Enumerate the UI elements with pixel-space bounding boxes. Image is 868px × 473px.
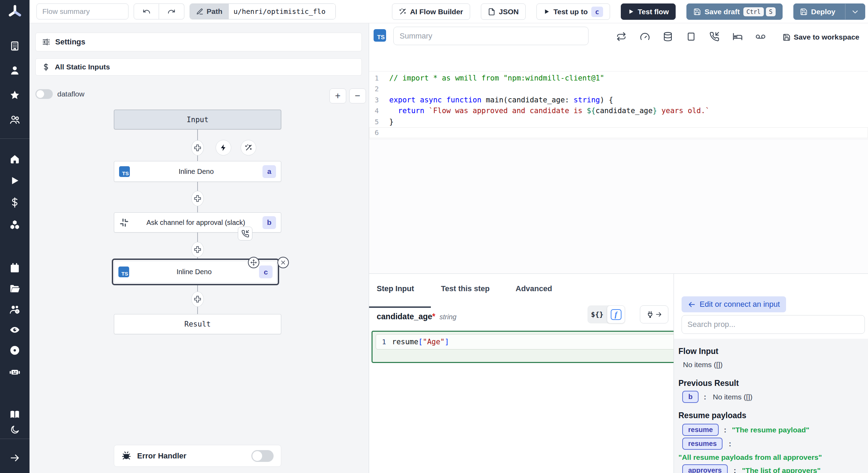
plus-icon (193, 245, 202, 254)
insert-step-button[interactable] (191, 140, 204, 155)
prop-badge-approvers[interactable]: approvers (682, 464, 728, 473)
json-button[interactable]: JSON (481, 3, 526, 20)
save-to-workspace-button[interactable]: Save to workspace (783, 33, 859, 41)
flow-graph-panel: Settings All Static Inputs dataflow + − … (30, 23, 369, 473)
tab-test-this-step[interactable]: Test this step (441, 284, 490, 293)
variables-icon[interactable] (0, 197, 30, 208)
dark-mode-icon[interactable] (0, 425, 30, 434)
database-icon[interactable] (663, 32, 673, 42)
plus-icon (193, 144, 202, 152)
expression-code: resume["Age"] (392, 338, 449, 346)
all-static-inputs-bar[interactable]: All Static Inputs (35, 58, 362, 76)
test-flow-button[interactable]: Test flow (621, 3, 676, 20)
flow-summary-input[interactable] (36, 3, 128, 19)
save-draft-button[interactable]: Save draft CtrlS (686, 3, 783, 20)
slack-icon (119, 218, 129, 228)
sleep-icon[interactable] (733, 32, 743, 42)
colon: : (724, 426, 726, 434)
template-mode-button[interactable]: ${} (587, 310, 607, 319)
schedules-icon[interactable] (0, 263, 30, 273)
move-step-button[interactable] (248, 257, 259, 268)
zoom-in-button[interactable]: + (329, 88, 346, 103)
insert-step-button[interactable] (191, 292, 204, 307)
resumes-description: "All resume payloads from all approvers" (678, 453, 822, 462)
zap-icon (219, 144, 227, 152)
path-button[interactable]: Path (190, 4, 229, 19)
flow-node-result[interactable]: Result (114, 314, 281, 334)
path-input[interactable] (229, 4, 335, 19)
monaco-editor[interactable]: 1// import * as wmill from "npm:windmill… (369, 71, 868, 139)
gauge-icon[interactable] (640, 32, 650, 42)
workspace-icon[interactable] (0, 41, 30, 51)
ai-icon[interactable] (0, 366, 30, 377)
redo-icon (167, 7, 176, 16)
ai-suggest-button[interactable] (241, 140, 256, 155)
settings-icon[interactable] (0, 345, 30, 356)
resources-icon[interactable] (0, 219, 30, 230)
square-icon[interactable] (686, 32, 696, 42)
previous-result-value: No items ([]) (713, 393, 752, 401)
groups-icon[interactable] (0, 304, 30, 315)
tab-step-input[interactable]: Step Input (377, 284, 414, 293)
flow-settings-label: Settings (55, 37, 85, 47)
trigger-button[interactable] (216, 140, 231, 155)
redo-button[interactable] (159, 3, 184, 19)
error-handler-toggle[interactable] (251, 450, 274, 462)
home-icon[interactable] (0, 154, 30, 164)
deploy-dropdown-button[interactable] (845, 4, 865, 19)
for-loop-icon[interactable] (616, 32, 626, 42)
step-summary-input[interactable] (393, 27, 589, 45)
deploy-button[interactable]: Deploy (794, 4, 842, 19)
favorites-icon[interactable] (0, 90, 30, 101)
kbd-ctrl: Ctrl (743, 7, 764, 16)
flow-node-b[interactable]: Ask channel for approval (slack) b (114, 212, 281, 233)
connect-input-button[interactable] (640, 305, 668, 323)
test-up-to-step-badge: c (591, 7, 603, 17)
dataflow-toggle[interactable] (35, 89, 53, 99)
undo-redo-group (134, 3, 184, 19)
typescript-icon: TS (374, 29, 386, 42)
flow-node-input[interactable]: Input (114, 110, 281, 129)
tab-advanced[interactable]: Advanced (516, 284, 552, 293)
expand-rail-icon[interactable] (0, 453, 30, 463)
javascript-mode-button[interactable]: f (607, 305, 625, 323)
prop-badge-resumes[interactable]: resumes (682, 438, 723, 450)
docs-icon[interactable] (0, 409, 30, 420)
active-tab-underline (369, 306, 431, 308)
pencil-icon (196, 8, 203, 15)
move-icon (250, 259, 257, 266)
save-icon (783, 33, 791, 41)
colon: : (729, 440, 731, 448)
undo-icon (142, 7, 151, 16)
insert-step-button[interactable] (191, 242, 204, 257)
insert-step-button[interactable] (191, 191, 204, 206)
bug-icon (122, 451, 131, 461)
typescript-icon: TS (118, 267, 129, 277)
edit-or-connect-button[interactable]: Edit or connect an input (682, 296, 786, 312)
editor-header: TS Save to workspace (Deno) AI Ge (369, 23, 868, 71)
undo-button[interactable] (134, 3, 159, 19)
json-file-icon (488, 8, 495, 16)
folders-icon[interactable] (0, 284, 30, 294)
runs-icon[interactable] (0, 175, 30, 186)
flow-node-a[interactable]: TS Inline Deno a (114, 161, 281, 182)
flow-settings-bar[interactable]: Settings (35, 33, 362, 51)
audit-logs-icon[interactable] (0, 324, 30, 335)
delete-step-button[interactable] (277, 257, 289, 268)
community-icon[interactable] (0, 114, 30, 125)
ai-flow-builder-button[interactable]: AI Flow Builder (392, 3, 470, 20)
chevron-down-icon (851, 8, 859, 16)
error-handler-card: Error Handler (114, 445, 281, 467)
suspend-approval-badge[interactable] (238, 227, 252, 240)
windmill-logo[interactable] (0, 0, 30, 23)
top-bar: Path AI Flow Builder JSON Test up to c T (30, 0, 868, 23)
kbd-s: S (766, 7, 776, 16)
voicemail-icon[interactable] (756, 32, 766, 42)
user-icon[interactable] (0, 65, 30, 76)
prop-badge-resume[interactable]: resume (682, 424, 719, 436)
test-up-to-button[interactable]: Test up to c (536, 3, 610, 20)
prop-badge-b[interactable]: b (682, 391, 699, 403)
search-prop-input[interactable] (682, 315, 865, 334)
zoom-out-button[interactable]: − (349, 88, 366, 103)
phone-incoming-icon[interactable] (709, 32, 719, 42)
